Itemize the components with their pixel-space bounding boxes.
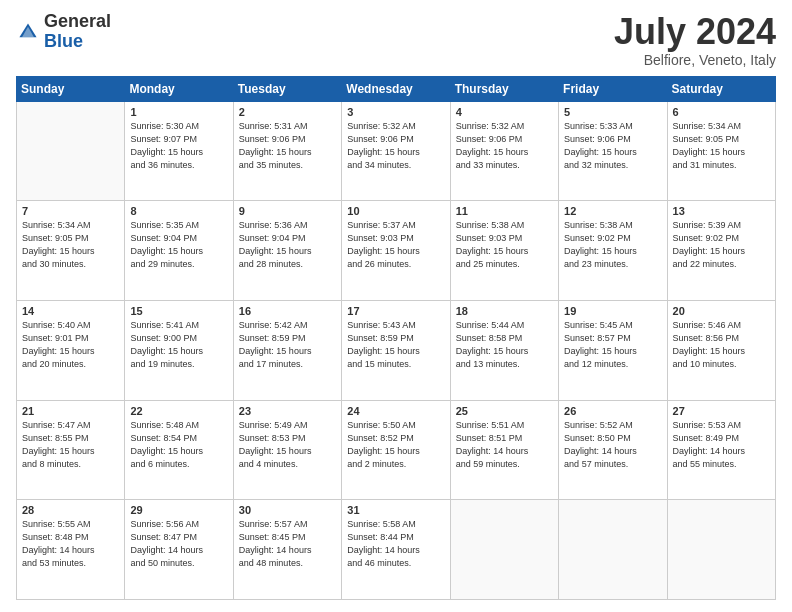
day-info: Sunrise: 5:35 AMSunset: 9:04 PMDaylight:… — [130, 219, 227, 271]
day-info: Sunrise: 5:44 AMSunset: 8:58 PMDaylight:… — [456, 319, 553, 371]
day-info: Sunrise: 5:33 AMSunset: 9:06 PMDaylight:… — [564, 120, 661, 172]
calendar-cell: 18Sunrise: 5:44 AMSunset: 8:58 PMDayligh… — [450, 300, 558, 400]
calendar-cell — [667, 500, 775, 600]
calendar-cell: 15Sunrise: 5:41 AMSunset: 9:00 PMDayligh… — [125, 300, 233, 400]
day-info: Sunrise: 5:42 AMSunset: 8:59 PMDaylight:… — [239, 319, 336, 371]
day-info: Sunrise: 5:51 AMSunset: 8:51 PMDaylight:… — [456, 419, 553, 471]
day-info: Sunrise: 5:43 AMSunset: 8:59 PMDaylight:… — [347, 319, 444, 371]
day-number: 9 — [239, 205, 336, 217]
calendar-cell: 19Sunrise: 5:45 AMSunset: 8:57 PMDayligh… — [559, 300, 667, 400]
header: General Blue July 2024 Belfiore, Veneto,… — [16, 12, 776, 68]
day-number: 11 — [456, 205, 553, 217]
day-number: 28 — [22, 504, 119, 516]
day-info: Sunrise: 5:48 AMSunset: 8:54 PMDaylight:… — [130, 419, 227, 471]
day-info: Sunrise: 5:57 AMSunset: 8:45 PMDaylight:… — [239, 518, 336, 570]
calendar-cell: 23Sunrise: 5:49 AMSunset: 8:53 PMDayligh… — [233, 400, 341, 500]
weekday-header: Sunday — [17, 76, 125, 101]
weekday-header: Friday — [559, 76, 667, 101]
day-number: 10 — [347, 205, 444, 217]
calendar-cell: 6Sunrise: 5:34 AMSunset: 9:05 PMDaylight… — [667, 101, 775, 201]
day-number: 30 — [239, 504, 336, 516]
day-info: Sunrise: 5:47 AMSunset: 8:55 PMDaylight:… — [22, 419, 119, 471]
day-info: Sunrise: 5:31 AMSunset: 9:06 PMDaylight:… — [239, 120, 336, 172]
calendar-week-row: 21Sunrise: 5:47 AMSunset: 8:55 PMDayligh… — [17, 400, 776, 500]
logo: General Blue — [16, 12, 111, 52]
day-info: Sunrise: 5:55 AMSunset: 8:48 PMDaylight:… — [22, 518, 119, 570]
calendar-cell: 2Sunrise: 5:31 AMSunset: 9:06 PMDaylight… — [233, 101, 341, 201]
day-number: 25 — [456, 405, 553, 417]
calendar-cell: 13Sunrise: 5:39 AMSunset: 9:02 PMDayligh… — [667, 201, 775, 301]
calendar-cell: 3Sunrise: 5:32 AMSunset: 9:06 PMDaylight… — [342, 101, 450, 201]
day-number: 2 — [239, 106, 336, 118]
calendar-cell: 25Sunrise: 5:51 AMSunset: 8:51 PMDayligh… — [450, 400, 558, 500]
logo-blue: Blue — [44, 31, 83, 51]
weekday-header: Thursday — [450, 76, 558, 101]
calendar-cell: 16Sunrise: 5:42 AMSunset: 8:59 PMDayligh… — [233, 300, 341, 400]
day-number: 12 — [564, 205, 661, 217]
day-info: Sunrise: 5:38 AMSunset: 9:02 PMDaylight:… — [564, 219, 661, 271]
day-number: 22 — [130, 405, 227, 417]
day-info: Sunrise: 5:38 AMSunset: 9:03 PMDaylight:… — [456, 219, 553, 271]
calendar-table: SundayMondayTuesdayWednesdayThursdayFrid… — [16, 76, 776, 600]
calendar-cell: 29Sunrise: 5:56 AMSunset: 8:47 PMDayligh… — [125, 500, 233, 600]
day-number: 8 — [130, 205, 227, 217]
title-block: July 2024 Belfiore, Veneto, Italy — [614, 12, 776, 68]
day-info: Sunrise: 5:45 AMSunset: 8:57 PMDaylight:… — [564, 319, 661, 371]
day-info: Sunrise: 5:32 AMSunset: 9:06 PMDaylight:… — [347, 120, 444, 172]
day-info: Sunrise: 5:41 AMSunset: 9:00 PMDaylight:… — [130, 319, 227, 371]
calendar-cell: 14Sunrise: 5:40 AMSunset: 9:01 PMDayligh… — [17, 300, 125, 400]
day-info: Sunrise: 5:49 AMSunset: 8:53 PMDaylight:… — [239, 419, 336, 471]
day-number: 31 — [347, 504, 444, 516]
day-info: Sunrise: 5:34 AMSunset: 9:05 PMDaylight:… — [673, 120, 770, 172]
calendar-cell: 24Sunrise: 5:50 AMSunset: 8:52 PMDayligh… — [342, 400, 450, 500]
day-number: 19 — [564, 305, 661, 317]
day-info: Sunrise: 5:46 AMSunset: 8:56 PMDaylight:… — [673, 319, 770, 371]
calendar-cell: 28Sunrise: 5:55 AMSunset: 8:48 PMDayligh… — [17, 500, 125, 600]
calendar-cell: 26Sunrise: 5:52 AMSunset: 8:50 PMDayligh… — [559, 400, 667, 500]
day-number: 16 — [239, 305, 336, 317]
page: General Blue July 2024 Belfiore, Veneto,… — [0, 0, 792, 612]
day-info: Sunrise: 5:39 AMSunset: 9:02 PMDaylight:… — [673, 219, 770, 271]
day-number: 23 — [239, 405, 336, 417]
weekday-header: Wednesday — [342, 76, 450, 101]
day-number: 17 — [347, 305, 444, 317]
day-number: 27 — [673, 405, 770, 417]
day-number: 5 — [564, 106, 661, 118]
day-number: 20 — [673, 305, 770, 317]
calendar-cell: 31Sunrise: 5:58 AMSunset: 8:44 PMDayligh… — [342, 500, 450, 600]
day-number: 1 — [130, 106, 227, 118]
calendar-week-row: 28Sunrise: 5:55 AMSunset: 8:48 PMDayligh… — [17, 500, 776, 600]
calendar-cell: 22Sunrise: 5:48 AMSunset: 8:54 PMDayligh… — [125, 400, 233, 500]
day-info: Sunrise: 5:32 AMSunset: 9:06 PMDaylight:… — [456, 120, 553, 172]
day-number: 4 — [456, 106, 553, 118]
day-number: 6 — [673, 106, 770, 118]
calendar-cell: 12Sunrise: 5:38 AMSunset: 9:02 PMDayligh… — [559, 201, 667, 301]
day-info: Sunrise: 5:52 AMSunset: 8:50 PMDaylight:… — [564, 419, 661, 471]
weekday-header: Saturday — [667, 76, 775, 101]
weekday-header: Monday — [125, 76, 233, 101]
calendar-header: SundayMondayTuesdayWednesdayThursdayFrid… — [17, 76, 776, 101]
calendar-cell: 27Sunrise: 5:53 AMSunset: 8:49 PMDayligh… — [667, 400, 775, 500]
month-title: July 2024 — [614, 12, 776, 52]
calendar-cell: 30Sunrise: 5:57 AMSunset: 8:45 PMDayligh… — [233, 500, 341, 600]
day-info: Sunrise: 5:30 AMSunset: 9:07 PMDaylight:… — [130, 120, 227, 172]
calendar-cell: 21Sunrise: 5:47 AMSunset: 8:55 PMDayligh… — [17, 400, 125, 500]
day-info: Sunrise: 5:53 AMSunset: 8:49 PMDaylight:… — [673, 419, 770, 471]
calendar-cell — [450, 500, 558, 600]
day-number: 21 — [22, 405, 119, 417]
logo-icon — [16, 20, 40, 44]
day-number: 24 — [347, 405, 444, 417]
calendar-cell: 5Sunrise: 5:33 AMSunset: 9:06 PMDaylight… — [559, 101, 667, 201]
calendar-cell: 1Sunrise: 5:30 AMSunset: 9:07 PMDaylight… — [125, 101, 233, 201]
day-info: Sunrise: 5:58 AMSunset: 8:44 PMDaylight:… — [347, 518, 444, 570]
day-number: 18 — [456, 305, 553, 317]
calendar-week-row: 14Sunrise: 5:40 AMSunset: 9:01 PMDayligh… — [17, 300, 776, 400]
day-info: Sunrise: 5:50 AMSunset: 8:52 PMDaylight:… — [347, 419, 444, 471]
day-number: 14 — [22, 305, 119, 317]
weekday-row: SundayMondayTuesdayWednesdayThursdayFrid… — [17, 76, 776, 101]
calendar-cell — [17, 101, 125, 201]
calendar-week-row: 7Sunrise: 5:34 AMSunset: 9:05 PMDaylight… — [17, 201, 776, 301]
day-info: Sunrise: 5:56 AMSunset: 8:47 PMDaylight:… — [130, 518, 227, 570]
logo-general: General — [44, 11, 111, 31]
day-number: 26 — [564, 405, 661, 417]
